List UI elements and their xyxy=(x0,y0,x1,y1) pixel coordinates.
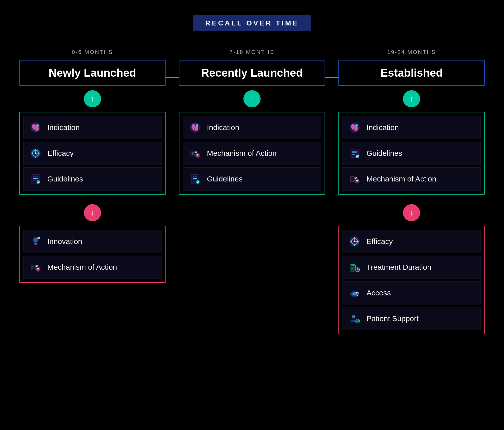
up-items-newly-launched: Indication xyxy=(19,112,166,195)
list-item: Mechanism of Action xyxy=(342,167,481,191)
empty-col-recently-launched xyxy=(179,200,325,334)
item-label: Innovation xyxy=(47,237,82,246)
time-label-recently-launched: 7-18 MONTHS xyxy=(230,49,274,55)
phase-title-established: Established xyxy=(381,67,443,79)
down-arrow-icon: ↓ xyxy=(410,208,414,217)
svg-point-55 xyxy=(34,238,37,242)
up-arrow-icon: ↑ xyxy=(410,95,414,103)
svg-point-38 xyxy=(355,124,358,127)
item-label: Indication xyxy=(207,123,239,132)
list-item: Mechanism of Action xyxy=(23,256,162,279)
svg-point-65 xyxy=(37,268,40,271)
moa-icon xyxy=(188,146,202,160)
item-label: Patient Support xyxy=(366,314,419,323)
column-established: 19-24 MONTHS Established ↑ xyxy=(338,49,485,195)
svg-point-27 xyxy=(196,154,199,157)
moa-icon xyxy=(29,260,42,274)
indication-icon xyxy=(188,121,202,134)
svg-point-69 xyxy=(354,241,355,242)
column-recently-launched: 7-18 MONTHS Recently Launched ↑ xyxy=(179,49,325,195)
column-newly-launched: 0-6 MONTHS Newly Launched ↑ xyxy=(19,49,166,195)
list-item: Indication xyxy=(183,116,321,139)
item-label: Efficacy xyxy=(47,149,74,158)
svg-rect-57 xyxy=(34,244,37,245)
up-arrow-icon: ↑ xyxy=(90,95,94,103)
list-item: Guidelines xyxy=(183,167,321,191)
list-item: Access xyxy=(342,281,481,304)
list-item: Guidelines xyxy=(23,167,162,191)
svg-point-51 xyxy=(356,179,359,182)
down-arrow-icon: ↓ xyxy=(90,208,94,217)
phase-box-established: Established xyxy=(338,60,485,86)
svg-rect-74 xyxy=(350,265,356,271)
list-item: Guidelines xyxy=(342,142,481,165)
page-title: RECALL OVER TIME xyxy=(205,19,299,27)
access-icon xyxy=(348,286,361,300)
list-item: Efficacy xyxy=(23,142,162,165)
item-label: Guidelines xyxy=(366,149,402,158)
up-arrow-established: ↑ xyxy=(403,90,420,107)
bottom-row: ↓ Innovation xyxy=(13,200,491,334)
up-arrow-icon: ↑ xyxy=(250,95,254,103)
item-label: Mechanism of Action xyxy=(207,149,277,158)
item-label: Efficacy xyxy=(366,237,393,246)
phase-box-newly-launched: Newly Launched xyxy=(19,60,166,86)
item-label: Guidelines xyxy=(47,175,83,183)
item-label: Access xyxy=(366,289,391,297)
time-label-newly-launched: 0-6 MONTHS xyxy=(72,49,113,55)
phase-title-recently-launched: Recently Launched xyxy=(201,67,303,79)
up-arrow-newly-launched: ↑ xyxy=(84,90,101,107)
down-arrow-newly-launched: ↓ xyxy=(84,204,101,221)
guidelines-icon xyxy=(348,146,361,160)
up-items-recently-launched: Indication xyxy=(179,112,325,195)
list-item: Patient Support xyxy=(342,307,481,330)
up-arrow-recently-launched: ↑ xyxy=(243,90,261,107)
moa-icon xyxy=(348,172,361,186)
svg-rect-60 xyxy=(32,265,35,270)
svg-point-88 xyxy=(357,295,358,296)
title-box: RECALL OVER TIME xyxy=(193,15,311,31)
patient-support-icon xyxy=(348,312,361,325)
list-item: Efficacy xyxy=(342,230,481,253)
item-label: Mechanism of Action xyxy=(366,175,436,183)
efficacy-icon xyxy=(29,146,42,160)
item-label: Indication xyxy=(47,123,80,132)
svg-point-6 xyxy=(35,152,36,154)
list-item: Treatment Duration xyxy=(342,256,481,279)
svg-rect-22 xyxy=(191,151,195,156)
up-items-established: Indication Guidelin xyxy=(338,112,485,195)
down-items-newly-launched: Innovation xyxy=(19,226,166,283)
down-arrow-established: ↓ xyxy=(403,204,420,221)
innovation-icon xyxy=(29,235,42,248)
svg-point-3 xyxy=(36,124,39,127)
list-item: Mechanism of Action xyxy=(183,142,321,165)
phase-box-recently-launched: Recently Launched xyxy=(179,60,325,86)
list-item: Indication xyxy=(23,116,162,139)
svg-point-90 xyxy=(352,315,355,318)
time-label-established: 19-24 MONTHS xyxy=(387,49,436,55)
guidelines-icon xyxy=(188,172,202,186)
svg-rect-56 xyxy=(35,243,37,244)
svg-rect-46 xyxy=(351,177,354,181)
down-items-established: Efficacy xyxy=(338,226,485,334)
efficacy-icon xyxy=(348,235,361,248)
item-label: Indication xyxy=(366,123,399,132)
list-item: Innovation xyxy=(23,230,162,253)
item-label: Mechanism of Action xyxy=(47,263,117,271)
bottom-col-newly-launched: ↓ Innovation xyxy=(19,200,166,334)
list-item: Indication xyxy=(342,116,481,139)
item-label: Treatment Duration xyxy=(366,263,431,271)
phase-title-newly-launched: Newly Launched xyxy=(49,67,136,79)
svg-point-20 xyxy=(196,124,198,127)
columns-row: 0-6 MONTHS Newly Launched ↑ xyxy=(13,49,491,195)
indication-icon xyxy=(29,121,42,134)
item-label: Guidelines xyxy=(207,175,243,183)
indication-icon xyxy=(348,121,361,134)
treatment-duration-icon xyxy=(348,260,361,274)
guidelines-icon xyxy=(29,172,42,186)
bottom-col-established: ↓ xyxy=(338,200,485,334)
